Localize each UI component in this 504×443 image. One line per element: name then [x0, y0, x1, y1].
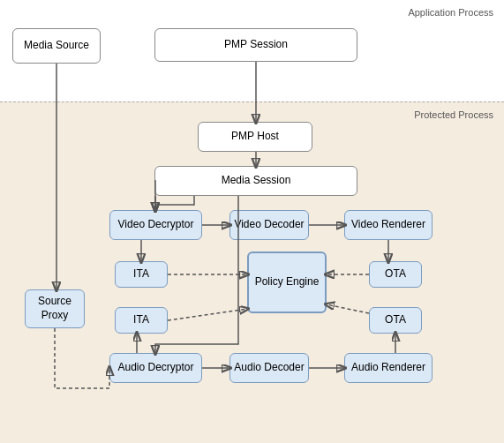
video-decryptor-box: Video Decryptor: [109, 210, 202, 240]
app-process-label: Application Process: [408, 7, 493, 18]
ota-top-box: OTA: [369, 261, 422, 288]
pmp-host-box: PMP Host: [198, 122, 312, 152]
audio-decoder-box: Audio Decoder: [229, 353, 309, 383]
video-renderer-box: Video Renderer: [344, 210, 433, 240]
audio-renderer-box: Audio Renderer: [344, 353, 433, 383]
media-session-box: Media Session: [154, 166, 357, 196]
ota-bottom-box: OTA: [369, 307, 422, 334]
source-proxy-box: Source Proxy: [25, 289, 85, 328]
ita-top-box: ITA: [115, 261, 168, 288]
protected-process-label: Protected Process: [414, 109, 493, 120]
ita-bottom-box: ITA: [115, 307, 168, 334]
policy-engine-box: Policy Engine: [247, 252, 327, 313]
audio-decryptor-box: Audio Decryptor: [109, 353, 202, 383]
media-source-box: Media Source: [12, 28, 101, 64]
video-decoder-box: Video Decoder: [229, 210, 309, 240]
pmp-session-box: PMP Session: [154, 28, 357, 62]
